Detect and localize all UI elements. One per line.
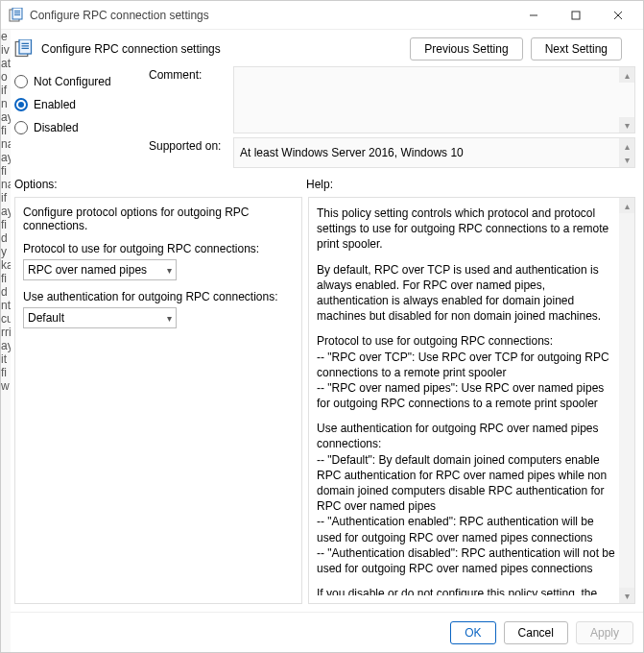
next-setting-button[interactable]: Next Setting	[531, 37, 622, 60]
protocol-select[interactable]: RPC over named pipes ▾	[23, 259, 177, 280]
chevron-down-icon: ▾	[167, 265, 172, 276]
radio-label: Enabled	[34, 98, 76, 111]
svg-rect-13	[22, 48, 30, 49]
header-row: Configure RPC connection settings Previo…	[14, 37, 635, 60]
window-title: Configure RPC connection settings	[30, 9, 513, 22]
auth-select[interactable]: Default ▾	[23, 307, 177, 328]
radio-label: Disabled	[34, 121, 79, 134]
help-section-label: Help:	[302, 178, 635, 191]
options-intro: Configure protocol options for outgoing …	[23, 206, 294, 232]
scroll-down-icon[interactable]: ▾	[619, 152, 634, 167]
comment-label: Comment:	[149, 66, 224, 133]
meta-column: Comment: ▴ ▾ Supported on: At least Wind…	[149, 66, 635, 172]
scroll-up-icon[interactable]: ▴	[619, 67, 634, 83]
svg-rect-6	[572, 12, 580, 19]
dialog-window: eivatoifnayfinaayfinaifayfidykafidntcurr…	[0, 0, 644, 653]
supported-on-label: Supported on:	[149, 137, 224, 168]
dialog-content: Configure RPC connection settings Previo…	[1, 30, 643, 612]
header-label: Configure RPC connection settings	[41, 42, 410, 56]
scroll-up-icon[interactable]: ▴	[619, 198, 634, 213]
state-and-meta-row: Not Configured Enabled Disabled Comment:	[14, 66, 635, 172]
auth-select-value: Default	[28, 311, 64, 325]
apply-button[interactable]: Apply	[576, 621, 633, 644]
radio-disabled[interactable]: Disabled	[14, 116, 139, 139]
window-buttons	[513, 2, 639, 29]
cancel-button[interactable]: Cancel	[504, 621, 568, 644]
close-button[interactable]	[597, 2, 639, 29]
background-window-sliver: eivatoifnayfinaayfinaifayfidykafidntcurr…	[1, 30, 11, 652]
scroll-down-icon[interactable]: ▾	[619, 588, 634, 603]
help-scrollbar[interactable]: ▴ ▾	[619, 198, 634, 603]
protocol-label: Protocol to use for outgoing RPC connect…	[23, 242, 294, 255]
policy-icon	[9, 8, 24, 23]
svg-rect-4	[14, 14, 20, 15]
minimize-button[interactable]	[513, 2, 555, 29]
comment-textarea[interactable]: ▴ ▾	[233, 66, 635, 133]
chevron-down-icon: ▾	[167, 313, 172, 324]
scroll-down-icon[interactable]: ▾	[619, 117, 634, 133]
ok-button[interactable]: OK	[450, 621, 495, 644]
radio-label: Not Configured	[34, 75, 111, 88]
radio-not-configured[interactable]: Not Configured	[14, 70, 139, 93]
section-labels: Options: Help:	[14, 178, 635, 191]
maximize-button[interactable]	[555, 2, 597, 29]
radio-enabled[interactable]: Enabled	[14, 93, 139, 116]
policy-icon	[14, 39, 34, 59]
help-text: This policy setting controls which proto…	[317, 206, 617, 595]
options-section-label: Options:	[14, 178, 302, 191]
panes-row: Configure protocol options for outgoing …	[14, 197, 635, 604]
svg-rect-3	[14, 12, 20, 13]
state-radio-group: Not Configured Enabled Disabled	[14, 66, 139, 172]
svg-rect-11	[22, 43, 30, 44]
auth-label: Use authentication for outgoing RPC conn…	[23, 290, 294, 303]
protocol-select-value: RPC over named pipes	[28, 263, 147, 277]
previous-setting-button[interactable]: Previous Setting	[410, 37, 522, 60]
options-pane: Configure protocol options for outgoing …	[14, 197, 302, 604]
svg-rect-12	[22, 45, 30, 46]
svg-rect-2	[14, 11, 20, 12]
dialog-footer: OK Cancel Apply	[1, 612, 643, 652]
supported-on-value: At least Windows Server 2016, Windows 10	[240, 146, 464, 159]
help-pane: ▴ ▾ This policy setting controls which p…	[308, 197, 635, 604]
titlebar: Configure RPC connection settings	[1, 1, 643, 30]
supported-on-field: At least Windows Server 2016, Windows 10…	[233, 137, 635, 168]
